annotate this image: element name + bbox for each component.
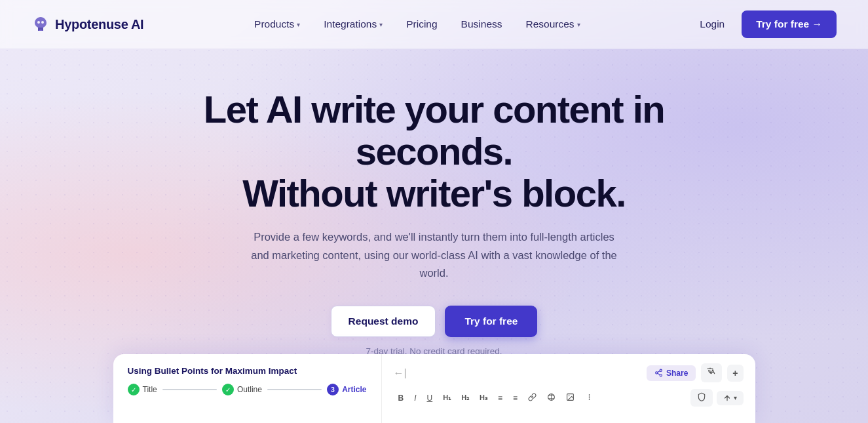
image-button[interactable] (561, 390, 579, 406)
svg-point-2 (660, 369, 662, 371)
h2-button[interactable]: H₂ (457, 391, 474, 405)
bullet-list-button[interactable]: ≡ (493, 391, 507, 405)
share-button[interactable]: Share (647, 365, 696, 381)
ui-left-panel: Using Bullet Points for Maximum Impact ✓… (113, 354, 382, 423)
step-article-label: Article (342, 385, 366, 394)
brand-name: Hypotenuse AI (55, 17, 143, 32)
svg-line-5 (658, 373, 660, 374)
chevron-down-icon: ▾ (379, 21, 383, 28)
login-button[interactable]: Login (690, 13, 734, 35)
link-icon (528, 393, 537, 401)
italic-button[interactable]: I (409, 391, 421, 405)
translate-icon (706, 367, 717, 377)
logo[interactable]: Hypotenuse AI (31, 15, 143, 33)
shield-icon (697, 392, 706, 401)
more-icon (585, 393, 594, 401)
shield-button[interactable] (690, 389, 713, 407)
step-outline-label: Outline (237, 385, 262, 394)
share-label: Share (666, 369, 688, 378)
up-button[interactable]: ▾ (717, 391, 744, 405)
step-check-icon-2: ✓ (222, 384, 234, 395)
add-button[interactable]: + (727, 365, 743, 382)
link-button[interactable] (523, 390, 541, 406)
document-title: Using Bullet Points for Maximum Impact (128, 366, 367, 376)
hero-subtitle: Provide a few keywords, and we'll instan… (244, 228, 624, 282)
underline-button[interactable]: U (423, 391, 438, 405)
progress-steps: ✓ Title ✓ Outline 3 Article (128, 384, 367, 395)
chevron-down-icon: ▾ (577, 21, 580, 28)
translate-button[interactable] (701, 363, 722, 382)
svg-line-6 (658, 371, 660, 373)
chevron-down-icon: ▾ (734, 394, 737, 401)
h3-button[interactable]: H₃ (475, 391, 492, 405)
navbar: Hypotenuse AI Products ▾ Integrations ▾ … (0, 0, 868, 49)
svg-point-10 (569, 395, 570, 396)
try-free-button[interactable]: Try for free → (742, 10, 837, 38)
nav-business[interactable]: Business (452, 13, 512, 35)
ordered-list-button[interactable]: ≡ (508, 391, 522, 405)
ui-preview: Using Bullet Points for Maximum Impact ✓… (113, 354, 755, 423)
hero-actions: Request demo Try for free (331, 306, 538, 337)
up-arrow-icon (723, 394, 731, 402)
more-button[interactable] (580, 390, 598, 406)
nav-links: Products ▾ Integrations ▾ Pricing Busine… (245, 13, 590, 35)
svg-point-3 (656, 372, 658, 374)
editor-toolbar: ←| Share (394, 363, 744, 382)
nav-right: Login Try for free → (690, 10, 837, 38)
formatting-toolbar: B I U H₁ H₂ H₃ ≡ ≡ (394, 389, 744, 407)
cursor-indicator: ←| (394, 367, 407, 379)
share-icon (654, 369, 663, 377)
step-check-icon: ✓ (128, 384, 140, 395)
image-icon (566, 393, 575, 401)
request-demo-button[interactable]: Request demo (331, 306, 436, 337)
nav-pricing[interactable]: Pricing (397, 13, 446, 35)
step-title-label: Title (143, 385, 157, 394)
link2-button[interactable] (542, 390, 560, 406)
logo-icon (31, 15, 50, 33)
step-article: 3 Article (327, 384, 366, 395)
hero-title: Let AI write your content in seconds. Wi… (156, 89, 713, 214)
step-number-icon: 3 (327, 384, 339, 395)
bold-button[interactable]: B (394, 391, 409, 405)
hero-try-free-button[interactable]: Try for free (445, 306, 537, 337)
plus-icon: + (732, 368, 738, 378)
svg-point-1 (41, 21, 44, 24)
nav-products[interactable]: Products ▾ (245, 13, 309, 35)
nav-resources[interactable]: Resources ▾ (517, 13, 590, 35)
ui-right-panel: ←| Share (382, 354, 755, 423)
unlink-icon (547, 393, 556, 401)
step-outline: ✓ Outline (222, 384, 262, 395)
svg-point-4 (660, 374, 662, 376)
chevron-down-icon: ▾ (297, 21, 300, 28)
text-format-group: B I U H₁ H₂ H₃ ≡ ≡ (394, 390, 599, 406)
h1-button[interactable]: H₁ (438, 391, 455, 405)
svg-point-0 (37, 21, 40, 24)
hero-section: Let AI write your content in seconds. Wi… (0, 49, 868, 356)
toolbar-right-buttons: Share + (647, 363, 744, 382)
step-line-2 (267, 389, 322, 390)
step-title: ✓ Title (128, 384, 157, 395)
nav-integrations[interactable]: Integrations ▾ (314, 13, 392, 35)
step-line-1 (162, 389, 217, 390)
right-icon-buttons: ▾ (690, 389, 744, 407)
